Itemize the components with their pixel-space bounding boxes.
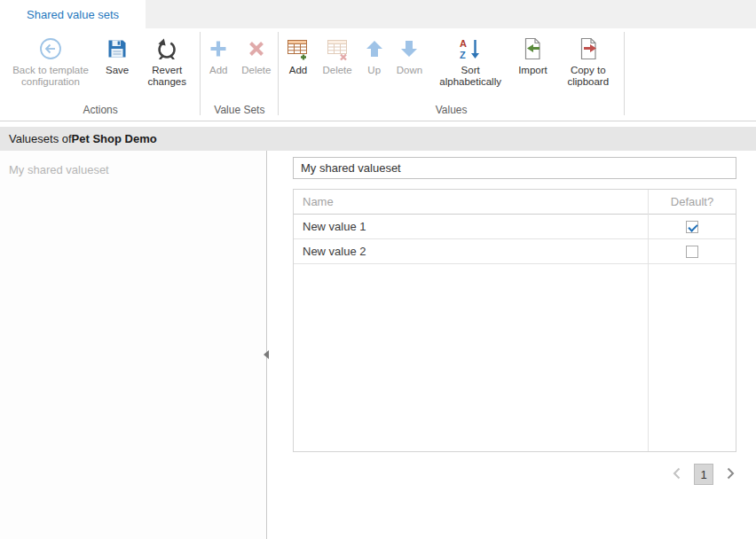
add-value-button[interactable]: Add: [280, 28, 316, 78]
button-label: Add: [209, 65, 227, 76]
add-value-set-button[interactable]: Add: [201, 28, 235, 78]
ribbon-group-value-sets: Add Delete Value Sets: [201, 28, 277, 121]
button-label: Up: [367, 65, 381, 76]
table-add-icon: [286, 33, 310, 65]
button-label: Copy to clipboard: [560, 65, 617, 88]
page-title-name: Pet Shop Demo: [72, 132, 157, 145]
group-caption-value-sets: Value Sets: [201, 102, 277, 121]
default-cell: [649, 239, 736, 263]
button-label: Revert changes: [141, 65, 193, 88]
button-label: Sort alphabetically: [435, 65, 506, 88]
page-title-prefix: Valuesets of: [9, 132, 72, 145]
group-separator: [200, 32, 201, 115]
valueset-list-item-label: My shared valueset: [9, 163, 109, 176]
default-cell: [649, 215, 736, 238]
column-divider: [648, 190, 649, 451]
valueset-editor-panel: Name Default? New value 1 New value 2: [267, 151, 756, 539]
default-checkbox[interactable]: [686, 246, 698, 258]
valueset-name-input[interactable]: [293, 157, 736, 179]
table-delete-icon: [326, 33, 350, 65]
default-checkbox[interactable]: [686, 221, 698, 233]
group-separator: [624, 32, 625, 115]
tab-shared-value-sets[interactable]: Shared value sets: [0, 0, 146, 28]
previous-page-button[interactable]: [671, 466, 683, 483]
page-header: Valuesets of Pet Shop Demo: [0, 127, 756, 151]
button-label: Down: [397, 65, 422, 76]
group-caption-actions: Actions: [2, 102, 199, 121]
column-header-default: Default?: [649, 190, 736, 214]
delete-value-button[interactable]: Delete: [316, 28, 358, 78]
column-header-name: Name: [294, 190, 649, 214]
sort-az-icon: A Z: [459, 33, 482, 65]
valueset-list-panel: My shared valueset: [0, 151, 267, 539]
copy-to-clipboard-button[interactable]: Copy to clipboard: [554, 28, 623, 90]
collapse-left-icon: [264, 350, 269, 359]
save-floppy-icon: [106, 33, 128, 65]
pagination: 1: [293, 464, 736, 485]
ribbon-group-values: Add: [280, 28, 622, 121]
button-label: Delete: [322, 65, 351, 76]
back-to-template-configuration-button[interactable]: Back to template configuration: [2, 28, 99, 90]
import-button[interactable]: Import: [512, 28, 554, 78]
back-arrow-icon: [39, 33, 62, 65]
table-row[interactable]: New value 1: [294, 215, 736, 239]
ribbon-toolbar: Back to template configuration Sav: [0, 28, 756, 121]
button-label: Add: [289, 65, 307, 76]
delete-value-set-button[interactable]: Delete: [235, 28, 277, 78]
button-label: Delete: [241, 65, 271, 76]
svg-text:A: A: [460, 38, 467, 49]
values-table: Name Default? New value 1 New value 2: [293, 189, 736, 452]
content-area: My shared valueset Name Default? New val…: [0, 151, 756, 539]
ribbon-group-actions: Back to template configuration Sav: [2, 28, 199, 121]
tab-bar: Shared value sets: [0, 0, 756, 28]
valueset-list-item[interactable]: My shared valueset: [0, 160, 266, 180]
button-label: Import: [518, 65, 547, 76]
revert-changes-button[interactable]: Revert changes: [135, 28, 199, 90]
button-label: Save: [106, 65, 129, 76]
down-arrow-icon: [399, 33, 419, 65]
move-up-button[interactable]: Up: [358, 28, 390, 78]
panel-collapse-handle[interactable]: [262, 348, 271, 362]
x-icon: [246, 33, 267, 65]
chevron-right-icon: [724, 466, 736, 483]
tab-label: Shared value sets: [27, 8, 119, 21]
table-header-row: Name Default?: [294, 190, 736, 215]
value-name-cell: New value 1: [294, 215, 649, 238]
group-separator: [278, 32, 279, 115]
group-caption-values: Values: [280, 102, 622, 121]
page-number-button[interactable]: 1: [694, 464, 713, 485]
import-document-icon: [522, 33, 543, 65]
next-page-button[interactable]: [724, 466, 736, 483]
revert-arrow-icon: [156, 33, 177, 65]
svg-text:Z: Z: [460, 50, 466, 60]
app-window: Shared value sets Back to template confi…: [0, 0, 756, 539]
chevron-left-icon: [671, 466, 683, 483]
plus-icon: [208, 33, 229, 65]
button-label: Back to template configuration: [8, 65, 93, 88]
move-down-button[interactable]: Down: [390, 28, 429, 78]
sort-alphabetically-button[interactable]: A Z Sort alphabetically: [429, 28, 512, 90]
table-row[interactable]: New value 2: [294, 239, 736, 264]
copy-document-icon: [578, 33, 599, 65]
save-button[interactable]: Save: [99, 28, 135, 78]
value-name-cell: New value 2: [294, 239, 649, 263]
up-arrow-icon: [365, 33, 384, 65]
